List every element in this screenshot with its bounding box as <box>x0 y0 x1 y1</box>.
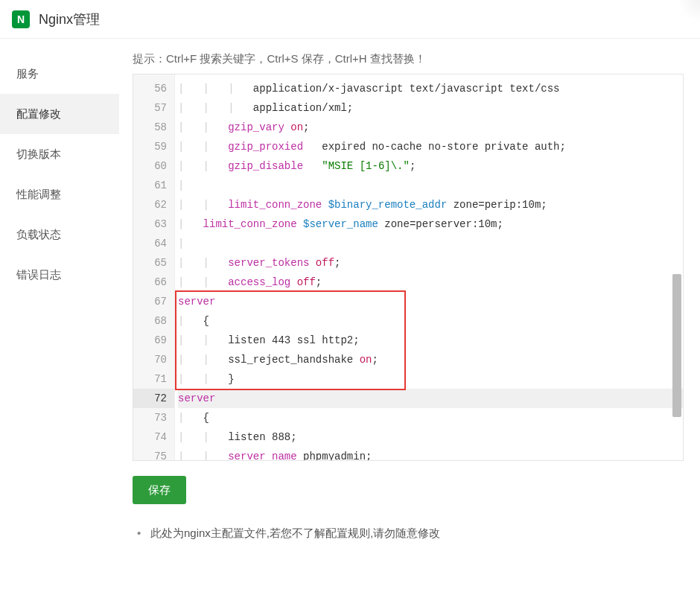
code-line-67[interactable]: server <box>178 292 683 311</box>
gutter-line: 66 <box>133 273 167 292</box>
notes: 此处为nginx主配置文件,若您不了解配置规则,请勿随意修改 <box>133 525 684 541</box>
code-line-68[interactable]: | { <box>178 311 683 331</box>
gutter-line: 71 <box>133 369 167 389</box>
code-line-57[interactable]: | | | application/xml; <box>178 98 683 118</box>
code-line-73[interactable]: | { <box>178 408 683 427</box>
gutter-line: 63 <box>133 214 167 234</box>
corner-shadow <box>678 0 700 22</box>
hint-text: 提示：Ctrl+F 搜索关键字，Ctrl+S 保存，Ctrl+H 查找替换！ <box>133 52 684 66</box>
note-item: 此处为nginx主配置文件,若您不了解配置规则,请勿随意修改 <box>137 525 684 541</box>
scroll-thumb[interactable] <box>672 274 681 417</box>
code-line-63[interactable]: | limit_conn_zone $server_name zone=pers… <box>178 214 683 234</box>
gutter-line: 57 <box>133 98 167 118</box>
code-area[interactable]: | | | application/x-javascript text/java… <box>175 74 683 460</box>
code-line-59[interactable]: | | gzip_proxied expired no-cache no-sto… <box>178 137 683 156</box>
gutter-line: 72 <box>133 389 174 408</box>
code-line-65[interactable]: | | server_tokens off; <box>178 253 683 273</box>
gutter-line: 67 <box>133 292 167 311</box>
code-editor[interactable]: 5657585960616263646566676869707172737475… <box>133 74 684 461</box>
gutter-line: 59 <box>133 137 167 156</box>
content: 提示：Ctrl+F 搜索关键字，Ctrl+S 保存，Ctrl+H 查找替换！ 5… <box>119 39 700 598</box>
code-line-62[interactable]: | | limit_conn_zone $binary_remote_addr … <box>178 195 683 214</box>
app-root: N Nginx管理 服务配置修改切换版本性能调整负载状态错误日志 提示：Ctrl… <box>0 0 700 598</box>
code-line-64[interactable]: | <box>178 234 683 253</box>
code-line-69[interactable]: | | listen 443 ssl http2; <box>178 331 683 350</box>
code-line-72[interactable]: server <box>178 389 683 408</box>
header: N Nginx管理 <box>0 0 700 39</box>
sidebar-item-5[interactable]: 错误日志 <box>0 255 119 295</box>
gutter-line: 64 <box>133 234 167 253</box>
code-line-58[interactable]: | | gzip_vary on; <box>178 118 683 137</box>
gutter-line: 68 <box>133 311 167 331</box>
gutter-line: 73 <box>133 408 167 427</box>
code-line-71[interactable]: | | } <box>178 369 683 389</box>
save-button[interactable]: 保存 <box>133 476 186 504</box>
code-line-61[interactable]: | <box>178 176 683 195</box>
gutter-line: 75 <box>133 447 167 461</box>
gutter-line: 58 <box>133 118 167 137</box>
nginx-logo-icon: N <box>12 10 30 28</box>
code-line-66[interactable]: | | access_log off; <box>178 273 683 292</box>
code-line-75[interactable]: | | server_name phpmyadmin; <box>178 447 683 460</box>
vertical-scrollbar[interactable] <box>671 76 681 459</box>
line-gutter: 5657585960616263646566676869707172737475 <box>133 74 175 460</box>
code-line-56[interactable]: | | | application/x-javascript text/java… <box>178 79 683 98</box>
gutter-line: 74 <box>133 427 167 447</box>
gutter-line: 60 <box>133 156 167 176</box>
body: 服务配置修改切换版本性能调整负载状态错误日志 提示：Ctrl+F 搜索关键字，C… <box>0 39 700 598</box>
gutter-line: 62 <box>133 195 167 214</box>
sidebar-item-2[interactable]: 切换版本 <box>0 134 119 174</box>
code-line-70[interactable]: | | ssl_reject_handshake on; <box>178 350 683 369</box>
sidebar: 服务配置修改切换版本性能调整负载状态错误日志 <box>0 39 119 598</box>
gutter-line: 69 <box>133 331 167 350</box>
sidebar-item-4[interactable]: 负载状态 <box>0 214 119 255</box>
gutter-line: 56 <box>133 79 167 98</box>
sidebar-item-0[interactable]: 服务 <box>0 54 119 94</box>
page-title: Nginx管理 <box>39 10 100 28</box>
code-line-60[interactable]: | | gzip_disable "MSIE [1-6]\."; <box>178 156 683 176</box>
sidebar-item-3[interactable]: 性能调整 <box>0 174 119 214</box>
code-line-74[interactable]: | | listen 888; <box>178 427 683 447</box>
gutter-line: 65 <box>133 253 167 273</box>
gutter-line: 61 <box>133 176 167 195</box>
sidebar-item-1[interactable]: 配置修改 <box>0 94 119 134</box>
gutter-line: 70 <box>133 350 167 369</box>
